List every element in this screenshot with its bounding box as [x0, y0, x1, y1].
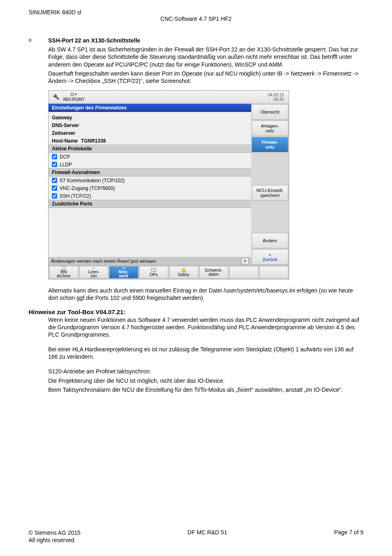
cfg-hostname-value: TGNR1338	[81, 138, 106, 144]
softkey-swiveldata[interactable]: Schwenk- daten	[199, 266, 229, 279]
checkbox-ssh[interactable]: SSH (TCP/22)	[52, 193, 91, 199]
softkey-ops-label: OPs	[150, 273, 158, 277]
key-icon	[91, 266, 96, 270]
toolbox-p5: Beim Taktsynchronalarm der NCU die Einst…	[48, 386, 363, 393]
section-additional-ports: Zusätzliche Ports	[49, 200, 251, 208]
softkey-network[interactable]: Netz- werk	[109, 266, 138, 279]
checkbox-vnc-label: VNC-Zugang (TCP/5900)	[60, 185, 115, 191]
svg-rect-5	[151, 268, 156, 271]
checkbox-lldp-label: LLDP	[60, 162, 72, 167]
footer-rights: All rights reserved	[29, 537, 74, 543]
softkey-ibn-label: IBN Archive	[57, 270, 70, 278]
softkey-change[interactable]: Ändern	[252, 233, 288, 248]
footer: © Siemens AG 2015 All rights reserved DF…	[29, 529, 363, 544]
checkbox-dcp-label: DCP	[60, 154, 70, 160]
checkbox-s7-box[interactable]	[52, 178, 57, 183]
cfg-hostname: Host-Name TGNR1338	[49, 137, 251, 145]
toolbox-title: Hinweise zur Tool-Box V04.07.21:	[29, 308, 363, 315]
bullet-item: o SSH-Port 22 an X130-Schnittstelle Ab S…	[29, 37, 363, 304]
header-left: SINUMERIK 840D sl	[29, 9, 81, 16]
after-para: Alternativ kann dies auch durch einen ma…	[48, 287, 363, 301]
toolbox-p4: Die Projektierung über die NCU ist mögli…	[48, 377, 363, 384]
footer-page: Page 7 of 9	[334, 529, 363, 544]
cfg-timeserver: Zeitserver	[49, 129, 251, 137]
section-firewall: Firewall-Ausnahmen	[49, 168, 251, 176]
svg-point-2	[93, 268, 94, 269]
bullet-para-2: Dauerhaft freigeschaltet werden kann die…	[48, 70, 363, 85]
softkey-safety[interactable]: Safety	[169, 266, 198, 279]
checkbox-vnc[interactable]: VNC-Zugang (TCP/5900)	[52, 185, 115, 191]
svg-rect-3	[122, 268, 123, 269]
reset-note: Änderungen werden nach einem Reset (po) …	[49, 257, 251, 265]
warning-icon	[181, 268, 186, 272]
softkey-swiveldata-label: Schwenk- daten	[205, 268, 223, 277]
softkey-empty	[259, 266, 289, 279]
softkey-back[interactable]: « Zurück	[252, 249, 288, 265]
softkey-licenses-label: Lizen- zen	[88, 270, 99, 278]
softkey-bottom-row: IBN Archive Lizen- zen Netz- werk O	[49, 265, 289, 279]
svg-rect-4	[124, 268, 125, 269]
toolbox-p1: Wenn keine neuen Funktionen aus Software…	[48, 316, 363, 339]
reset-note-text: Änderungen werden nach einem Reset (po) …	[51, 259, 156, 263]
checkbox-lldp-box[interactable]	[52, 162, 57, 167]
softkey-spacer	[252, 153, 288, 184]
softkey-licenses[interactable]: Lizen- zen	[79, 266, 109, 279]
svg-rect-0	[71, 93, 74, 96]
svg-rect-1	[62, 267, 65, 270]
section-active-protocols: Aktive Protokolle	[49, 145, 251, 153]
checkbox-dcp[interactable]: DCP	[52, 154, 70, 160]
screenshot-date: 04.03.15	[268, 93, 284, 97]
checkbox-lldp[interactable]: LLDP	[52, 162, 72, 167]
monitor-icon	[151, 268, 156, 272]
softkey-right-column: Übersicht Anlagen- netz Firmen- netz NCU…	[251, 104, 289, 265]
header-center: CNC-Software 4.7 SP1 HF2	[0, 16, 392, 22]
toolbox-p2: Bei einer HLA Hardwareprojektierung es i…	[48, 346, 363, 360]
refpoint-label: REF.POINT	[63, 98, 85, 102]
softkey-plant-net[interactable]: Anlagen- netz	[252, 121, 288, 136]
softkey-network-label: Netz- werk	[119, 270, 129, 278]
softkey-save-ncu[interactable]: NCU-Einstell. speichern	[252, 185, 288, 201]
bullet-title: SSH-Port 22 an X130-Schnittstelle	[48, 37, 363, 44]
softkey-spacer	[252, 201, 288, 232]
softkey-ibn-archive[interactable]: IBN Archive	[49, 266, 78, 279]
softkey-safety-label: Safety	[178, 273, 189, 277]
scroll-right-button[interactable]: >	[241, 258, 249, 264]
toolbox-p3: S120-Antriebe am Profinet taktsynchron:	[48, 368, 363, 375]
checkbox-ssh-box[interactable]	[52, 193, 57, 199]
footer-copyright: © Siemens AG 2015	[29, 529, 80, 536]
checkbox-s7-label: S7 Kommunikation (TCP/102)	[60, 178, 125, 183]
screenshot-time: 09:35	[274, 97, 284, 102]
cfg-hostname-label: Host-Name	[52, 138, 78, 144]
cfg-dns: DNS-Server	[49, 121, 251, 129]
footer-center: DF MC R&D 51	[187, 529, 227, 544]
checkbox-vnc-box[interactable]	[52, 185, 57, 191]
cfg-gateway: Gateway	[49, 114, 251, 121]
refpoint-icon: REF.POINT	[63, 93, 85, 102]
checkbox-dcp-box[interactable]	[52, 154, 57, 159]
wrench-icon	[51, 92, 60, 102]
bullet-para-1: Ab SW 4.7 SP1 ist aus Sicherheitsgründen…	[48, 46, 363, 68]
checkbox-ssh-label: SSH (TCP/22)	[60, 193, 91, 199]
embedded-screenshot: REF.POINT 04.03.15 09:35 Einstellungen d…	[48, 90, 289, 279]
bullet-symbol: o	[29, 37, 48, 304]
archive-icon	[61, 266, 66, 270]
softkey-overview[interactable]: Übersicht	[252, 104, 288, 120]
screenshot-toolbar: REF.POINT 04.03.15 09:35	[49, 91, 289, 104]
softkey-ops[interactable]: OPs	[139, 266, 169, 279]
softkey-company-net[interactable]: Firmen- netz	[252, 137, 288, 152]
checkbox-s7[interactable]: S7 Kommunikation (TCP/102)	[52, 178, 125, 183]
network-icon	[121, 266, 126, 270]
panel-title: Einstellungen des Firmennetzes	[49, 104, 251, 112]
softkey-empty	[229, 266, 258, 279]
